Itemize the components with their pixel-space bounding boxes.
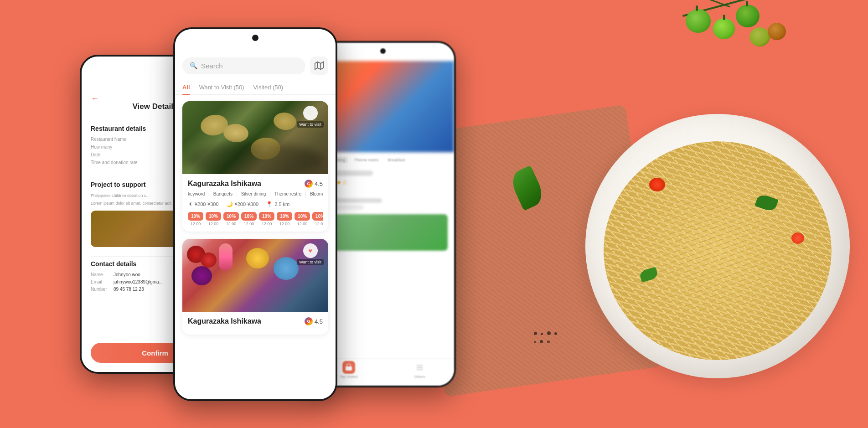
green-tomato	[736, 5, 760, 27]
right-tab-theme[interactable]: Theme restro	[351, 157, 382, 163]
discount-chip-1[interactable]: 10% 12:00	[188, 212, 203, 226]
others-label: Others	[414, 375, 425, 379]
mango	[246, 248, 269, 268]
discount-pct-2: 10%	[206, 212, 221, 221]
discount-chip-6[interactable]: 10% 12:00	[277, 212, 292, 226]
blueberry-bowl	[274, 257, 299, 280]
discount-pct-7: 10%	[294, 212, 310, 221]
field-label-name: Restaurant Name	[91, 137, 155, 142]
discount-row-1: 10% 12:00 10% 12:00 10% 12:00 10% 12:00	[188, 212, 323, 226]
card-body-1: Kagurazaka Ishikawa G 4.5 keyword | Banq…	[182, 174, 328, 232]
phone-center: 🔍 Search All Want to Visit (50) Visited …	[173, 27, 337, 401]
google-icon-2: G	[305, 317, 313, 325]
heart-icon-1: ♡	[303, 106, 318, 120]
tab-all[interactable]: All	[182, 80, 190, 94]
camera-dot-right	[380, 48, 386, 54]
card-body-2: Kagurazaka Ishikawa G 4.5	[182, 312, 328, 335]
back-button[interactable]: ←	[91, 94, 99, 103]
tab-visited[interactable]: Visited (50)	[253, 80, 284, 94]
discount-time-3: 12:00	[226, 222, 237, 226]
stem	[723, 15, 725, 20]
rating-value: 5.3/5	[318, 188, 448, 193]
search-icon: 🔍	[190, 62, 197, 69]
svg-marker-1	[315, 62, 323, 70]
rating-value-1: 4.5	[315, 180, 323, 187]
search-input-wrap[interactable]: 🔍 Search	[182, 57, 305, 74]
moon-icon: 🌙	[226, 201, 233, 207]
tag-theme-restro: Theme restro	[274, 191, 301, 196]
card-tags-1: keyword | Banquets | Silver dining | The…	[188, 191, 323, 196]
tulip	[219, 243, 232, 271]
right-tab-breakfast[interactable]: Breakfast	[385, 157, 408, 163]
pasta-tomato-2	[791, 232, 804, 244]
distance: 📍 2.5 km	[266, 201, 289, 207]
discount-pct-4: 10%	[241, 212, 257, 221]
discount-pct-1: 10%	[188, 212, 203, 221]
card-rating-2: G 4.5	[305, 317, 323, 325]
tag-banquets: Banquets	[213, 191, 232, 196]
dinner-price-value: ¥200-¥300	[235, 201, 259, 207]
tab-want-to-visit[interactable]: Want to Visit (50)	[199, 80, 244, 94]
restaurant-card-2[interactable]: ♥ Want to visit Kagurazaka Ishikawa G 4.…	[182, 239, 328, 335]
tomato-cluster	[658, 0, 795, 96]
sun-icon: ☀	[188, 201, 193, 207]
right-tabs: Dinner dining Theme restro Breakfast	[318, 157, 448, 163]
others-icon: ⊞	[413, 361, 426, 374]
bowl-shadow	[187, 142, 324, 174]
want-to-visit-text-1: Want to visit	[297, 121, 324, 128]
map-icon-button[interactable]	[310, 57, 328, 75]
discount-chip-7[interactable]: 10% 12:00	[294, 212, 310, 226]
discount-chip-5[interactable]: 10% 12:00	[259, 212, 274, 226]
want-to-visit-badge-2[interactable]: ♥ Want to visit	[297, 243, 324, 265]
nav-item-others[interactable]: ⊞ Others	[413, 361, 426, 379]
discount-time-1: 12:00	[191, 222, 201, 226]
field-label-date: Date	[91, 152, 155, 157]
google-icon-1: G	[305, 180, 313, 188]
green-tomato	[686, 9, 711, 33]
rating-value-2: 4.5	[315, 318, 323, 325]
discount-pct-6: 10%	[277, 212, 292, 221]
rating-stars: ★★★★☆	[318, 179, 448, 186]
discount-time-8: 12:00	[315, 222, 323, 226]
field-label-time: Time and donation rate	[91, 160, 155, 165]
restaurant-card-1[interactable]: ♡ Want to visit Kagurazaka Ishikawa G 4.…	[182, 101, 328, 232]
pasta-noodles	[604, 141, 832, 360]
restaurant-image-2: ♥ Want to visit	[182, 239, 328, 312]
pin-icon: 📍	[266, 201, 273, 207]
top-visited-icon	[342, 361, 355, 374]
green-tomato	[749, 27, 770, 46]
stem	[696, 5, 698, 11]
distance-value: 2.5 km	[274, 201, 289, 207]
spacer	[318, 167, 448, 170]
tag-silver-dining: Silver dining	[241, 191, 266, 196]
tag-bloom: Bloom	[310, 191, 323, 196]
top-visited-label: Top Visited	[340, 375, 357, 379]
pasta-decoration	[604, 141, 832, 360]
discount-chip-3[interactable]: 10% 12:00	[223, 212, 239, 226]
dinner-price: 🌙 ¥200-¥300	[226, 201, 259, 207]
pepper-dots	[533, 330, 558, 346]
cherry	[201, 253, 217, 268]
camera-dot-center	[252, 35, 258, 41]
discount-chip-4[interactable]: 10% 12:00	[241, 212, 257, 226]
discount-time-4: 12:00	[244, 222, 254, 226]
discount-time-7: 12:00	[297, 222, 308, 226]
nav-item-top-visited[interactable]: Top Visited	[340, 361, 357, 379]
want-to-visit-badge-1[interactable]: ♡ Want to visit	[297, 106, 324, 128]
discount-time-5: 12:00	[262, 222, 272, 226]
lunch-price: ☀ ¥200-¥300	[188, 201, 219, 207]
want-to-visit-text-2: Want to visit	[297, 259, 324, 265]
card-price-row-1: ☀ ¥200-¥300 🌙 ¥200-¥300 📍 2.5 km	[188, 201, 323, 207]
restaurant-name-2: Kagurazaka Ishikawa	[188, 317, 261, 325]
discount-chip-8[interactable]: 10% 12:00	[312, 212, 323, 226]
orange-tomato	[768, 23, 786, 40]
restaurant-image-1: ♡ Want to visit	[182, 101, 328, 174]
contact-label-name: Name	[91, 272, 114, 277]
discount-chip-2[interactable]: 10% 12:00	[206, 212, 221, 226]
card-name-row-2: Kagurazaka Ishikawa G 4.5	[188, 317, 323, 325]
discount-time-6: 12:00	[279, 222, 290, 226]
center-phone-screen: 🔍 Search All Want to Visit (50) Visited …	[175, 29, 336, 399]
field-label-how-many: How many	[91, 144, 155, 150]
contact-label-email: Email	[91, 279, 114, 284]
restaurant-name-1: Kagurazaka Ishikawa	[188, 180, 261, 188]
